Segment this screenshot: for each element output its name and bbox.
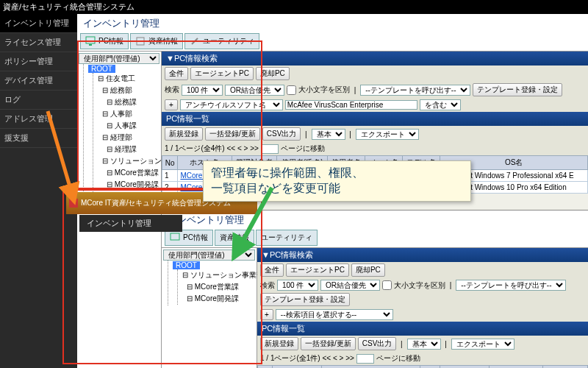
subtab-pc-2[interactable]: PC情報 [165, 230, 213, 246]
page-input[interactable] [261, 144, 279, 154]
tree-node[interactable]: ⊟ MCore開発課 [98, 179, 159, 191]
nav-license[interactable]: ライセンス管理 [0, 33, 77, 52]
tree-node[interactable]: ⊟ 総務課 [98, 96, 159, 108]
tree-node[interactable]: ⊟ 住友電工 [98, 73, 159, 85]
export-select-2[interactable]: エクスポート [451, 339, 514, 350]
case-label: 大小文字を区別 [298, 85, 350, 95]
new-btn-2[interactable]: 新規登録 [260, 337, 298, 350]
count-select-2[interactable]: 100 件 [277, 280, 318, 291]
csv-btn[interactable]: CSV出力 [262, 127, 301, 141]
basic-select-2[interactable]: 基本 [407, 339, 441, 350]
tree-node[interactable]: ⊟ MCore開発課 [182, 293, 255, 305]
col-header[interactable]: 管理対象者 [322, 366, 420, 369]
mode-select-2[interactable]: OR結合優先 [320, 280, 380, 291]
page-jump-2: ページに移動 [376, 353, 420, 364]
keyword-label-2: 検索 [260, 280, 275, 291]
pc-table-2: Noホスト名管理対象者使用部門使用者(氏名)エージェント稼動日時1MCorePC… [257, 365, 588, 368]
filter-all[interactable]: 全件 [165, 67, 188, 80]
export-select[interactable]: エクスポート [356, 129, 419, 140]
monitor-icon [85, 36, 96, 46]
new-btn[interactable]: 新規登録 [165, 127, 203, 141]
col-header[interactable]: エージェント稼動日時 [489, 366, 542, 369]
plus-btn[interactable]: + [165, 99, 178, 110]
svg-rect-0 [86, 37, 95, 43]
col-header[interactable]: No [162, 156, 178, 170]
page-jump-label: ページに移動 [281, 144, 325, 154]
tree-root[interactable]: ROOT [88, 65, 115, 73]
bulk-btn[interactable]: 一括登録/更新 [205, 127, 260, 141]
col-header[interactable]: ホスト名 [272, 366, 322, 369]
filter-agent-2[interactable]: エージェントPC [286, 263, 349, 277]
subtab-asset[interactable]: 資産情報 [130, 33, 183, 49]
filter-discard[interactable]: 廃却PC [256, 67, 290, 80]
nav-inventory[interactable]: インベントリ管理 [0, 14, 77, 33]
case-checkbox[interactable] [287, 85, 296, 95]
col-header[interactable]: 使用部門 [420, 366, 440, 369]
col-header[interactable]: 使用者(氏名) [440, 366, 489, 369]
template-select-2[interactable]: --テンプレートを呼び出す-- [456, 280, 566, 291]
svg-rect-3 [171, 233, 179, 240]
pager: 1 / 1ページ(全4件) << < > >> [165, 144, 259, 154]
nav-device[interactable]: デバイス管理 [0, 71, 77, 91]
green-arrow-icon [228, 184, 279, 265]
mode-select[interactable]: OR結合優先 [225, 85, 284, 96]
csv-btn-2[interactable]: CSV出力 [358, 337, 397, 350]
window-title: 資産/セキュリティ統合管理システム [0, 0, 588, 14]
filter-all-2[interactable]: 全件 [260, 263, 284, 277]
module-heading: インベントリ管理 [77, 14, 588, 32]
tree-root-2[interactable]: ROOT [173, 261, 200, 269]
tree-scope-select[interactable]: 使用部門(管理値) [79, 53, 159, 64]
bulk-btn-2[interactable]: 一括登録/更新 [301, 337, 356, 350]
soft-input[interactable] [285, 100, 417, 110]
list-panel-title: PC情報一覧 [162, 112, 588, 126]
module-subtabs: PC情報 資産情報 ユーティリティ [77, 32, 588, 52]
tree-node[interactable]: ⊟ 経理部 [98, 132, 159, 144]
orange-arrow-icon [40, 107, 85, 210]
case-label-2: 大小文字を区別 [394, 280, 445, 291]
basic-select[interactable]: 基本 [312, 129, 345, 140]
filter-agent[interactable]: エージェントPC [190, 67, 254, 80]
search-title-2: ▼PC情報検索 [257, 248, 588, 262]
tree-node[interactable]: ⊟ 人事課 [98, 120, 159, 132]
svg-rect-2 [137, 38, 144, 45]
mini-nav-inventory[interactable]: インベントリ管理 [79, 215, 182, 232]
subtab-pc[interactable]: PC情報 [80, 33, 129, 49]
package-icon [135, 36, 146, 46]
subtab-util[interactable]: ユーティリティ [184, 33, 259, 49]
search-panel-title: ▼PC情報検索 [162, 52, 588, 66]
col-header[interactable]: No [258, 366, 273, 369]
org-tree-2: 使用部門(管理値) ROOT ⊟ ソリューション事業部⊟ MCore営業課⊟ M… [162, 248, 257, 368]
template-btn-2[interactable]: テンプレート登録・設定 [260, 293, 350, 306]
plus-btn-2[interactable]: + [260, 309, 273, 320]
page-input-2[interactable] [356, 354, 374, 364]
tree-node[interactable]: ⊟ MCore営業課 [98, 167, 159, 179]
tree-node[interactable]: ⊟ MCore営業課 [182, 281, 255, 293]
tree-node[interactable]: ⊟ ソリューション事業部 [98, 155, 159, 167]
col-header[interactable] [542, 366, 587, 369]
template-btn[interactable]: テンプレート登録・設定 [473, 83, 562, 96]
count-select[interactable]: 100 件 [182, 85, 223, 96]
wrench-icon [190, 36, 200, 46]
tree-node[interactable]: ⊟ ソリューション事業部 [182, 269, 255, 281]
include-select[interactable]: を含む [420, 99, 461, 110]
case-checkbox-2[interactable] [382, 280, 392, 290]
filter-discard-2[interactable]: 廃却PC [351, 263, 385, 277]
pager-2: 1 / 1ページ(全1件) << < > >> [260, 353, 354, 364]
nav-policy[interactable]: ポリシー管理 [0, 52, 77, 71]
second-admin-pane: インベントリ管理 PC情報 資産情報 ユーティリティ 使用部門(管理値) ROO… [162, 210, 588, 368]
list-title-2: PC情報一覧 [257, 322, 588, 336]
field-select-2[interactable]: --検索項目を選択する-- [276, 309, 393, 320]
tree-node[interactable]: ⊟ 人事部 [98, 108, 159, 120]
field-select[interactable]: アンチウイルスソフト名 [180, 99, 283, 110]
monitor-icon [170, 233, 180, 243]
tree-node[interactable]: ⊟ 経理課 [98, 144, 159, 155]
tree-node[interactable]: ⊟ 総務部 [98, 85, 159, 96]
template-select[interactable]: --テンプレートを呼び出す-- [360, 85, 470, 96]
svg-rect-1 [89, 44, 92, 46]
keyword-label: 検索 [165, 85, 179, 95]
